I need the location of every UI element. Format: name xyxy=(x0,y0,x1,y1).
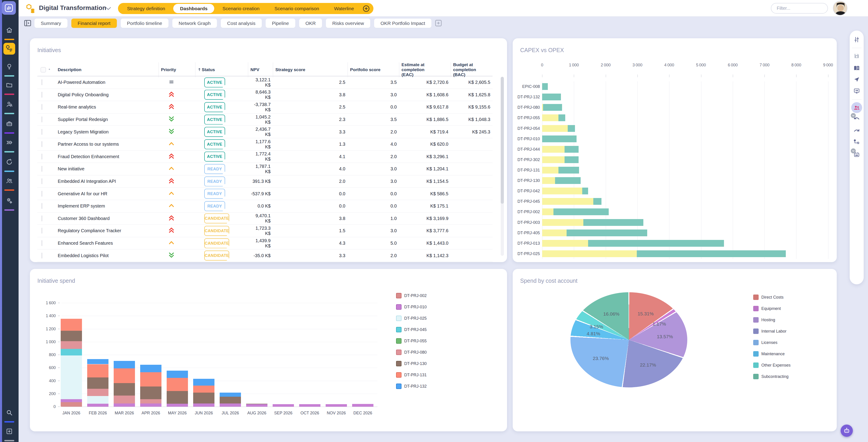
bar-segment-dt-prj-131[interactable] xyxy=(61,319,82,331)
sidebar-item-resources[interactable] xyxy=(4,99,14,110)
subtab-okr[interactable]: OKR xyxy=(299,19,322,28)
legend-item[interactable]: DT-PRJ-025 xyxy=(396,316,427,321)
sidebar-item-settings[interactable] xyxy=(4,196,14,206)
bar-segment-capex[interactable] xyxy=(542,114,558,121)
initiative-description[interactable]: Implement ERP system xyxy=(56,203,158,209)
toolbar-team-icon[interactable] xyxy=(851,102,862,113)
column-header-priority[interactable]: Priority xyxy=(158,62,195,77)
table-row[interactable]: Customer 360 DashboardCANDIDATE9,470.1 K… xyxy=(37,212,493,225)
cost-account-pie[interactable] xyxy=(570,292,687,387)
initiative-description[interactable]: Regulatory Compliance Tracker xyxy=(56,228,158,233)
bar-segment-opex[interactable] xyxy=(542,94,561,100)
initiative-description[interactable]: Embedded Logistics Pilot xyxy=(56,253,158,258)
bar-segment-capex[interactable] xyxy=(542,240,588,247)
bar-segment-dt-prj-131[interactable] xyxy=(87,364,108,378)
bar-segment-dt-prj-130[interactable] xyxy=(193,393,214,403)
bar-segment-dt-prj-010[interactable] xyxy=(61,399,82,402)
column-header-description[interactable]: Description xyxy=(56,62,158,77)
bar-segment-dt-prj-080[interactable] xyxy=(114,395,135,403)
bar-segment-opex[interactable] xyxy=(554,208,609,215)
table-row[interactable]: Legacy System MigrationACTIVE2,436.7 K$3… xyxy=(37,126,493,138)
row-checkbox[interactable] xyxy=(41,79,42,85)
tab-strategy-definition[interactable]: Strategy definition xyxy=(120,4,172,13)
bar-segment-opex[interactable] xyxy=(564,146,579,153)
bar-segment-dt-prj-010[interactable] xyxy=(352,404,373,407)
subtab-pipeline[interactable]: Pipeline xyxy=(266,19,295,28)
legend-item[interactable]: DT-PRJ-080 xyxy=(396,350,427,355)
bar-segment-capex[interactable] xyxy=(542,177,555,184)
column-header-status[interactable]: Status xyxy=(195,62,248,77)
column-header-star[interactable]: * xyxy=(46,62,56,77)
sidebar-item-ideas[interactable] xyxy=(4,62,14,72)
avatar[interactable] xyxy=(833,1,847,16)
table-row[interactable]: Digital Policy OnboardingACTIVE8,646.3 K… xyxy=(37,89,493,101)
sidebar-item-sync[interactable] xyxy=(4,157,14,168)
bar-segment-dt-prj-080[interactable] xyxy=(61,341,82,349)
bar-segment-dt-prj-130[interactable] xyxy=(220,397,241,404)
bar-segment-opex[interactable] xyxy=(542,83,548,90)
bar-segment-dt-prj-010[interactable] xyxy=(273,404,294,407)
bar-segment-dt-prj-130[interactable] xyxy=(61,331,82,341)
bar-segment-dt-prj-045[interactable] xyxy=(61,349,82,355)
row-checkbox[interactable] xyxy=(41,178,42,184)
bar-segment-dt-prj-132[interactable] xyxy=(167,371,188,378)
bar-segment-opex[interactable] xyxy=(637,251,786,257)
initiative-description[interactable]: AI-Powered Automation xyxy=(56,80,158,85)
table-row[interactable]: AI-Powered AutomationACTIVE3,122.1 K$2.5… xyxy=(37,76,493,89)
subtab-okr-portfolio-impact[interactable]: OKR Portfolio Impact xyxy=(374,19,431,28)
bar-segment-dt-prj-010[interactable] xyxy=(326,404,347,407)
bar-segment-opex[interactable] xyxy=(588,240,724,247)
bar-segment-dt-prj-132[interactable] xyxy=(87,359,108,364)
bar-segment-dt-prj-131[interactable] xyxy=(193,386,214,393)
toolbar-undo-icon[interactable] xyxy=(852,115,861,124)
legend-item[interactable]: DT-PRJ-010 xyxy=(396,304,427,310)
bar-segment-dt-prj-025[interactable] xyxy=(87,396,108,404)
table-row[interactable]: Generative AI for our HRREADY-537.9 K$0.… xyxy=(37,187,493,200)
legend-item[interactable]: DT-PRJ-131 xyxy=(396,372,427,378)
subtab-risks-overview[interactable]: Risks overview xyxy=(326,19,370,28)
table-row[interactable]: Regulatory Compliance TrackerCANDIDATE1,… xyxy=(37,225,493,237)
column-header-strategy-score[interactable]: Strategy score xyxy=(273,62,348,77)
bar-segment-dt-prj-010[interactable] xyxy=(140,404,161,407)
table-row[interactable]: Implement ERP systemREADY0.0 K$0.00.0K$ … xyxy=(37,200,493,212)
bar-segment-dt-prj-080[interactable] xyxy=(140,399,161,404)
toolbar-send-icon[interactable] xyxy=(852,75,861,84)
legend-item[interactable]: Subcontracting xyxy=(753,374,788,379)
initiative-description[interactable]: New initiative xyxy=(56,166,158,172)
sidebar-item-more[interactable] xyxy=(4,138,14,148)
bar-segment-dt-prj-010[interactable] xyxy=(220,404,241,407)
bar-segment-dt-prj-010[interactable] xyxy=(87,404,108,407)
bar-segment-dt-prj-010[interactable] xyxy=(114,404,135,407)
bar-segment-dt-prj-132[interactable] xyxy=(220,393,241,396)
table-row[interactable]: New initiativeREADY1,787.1 K$4.03.0K$ 1,… xyxy=(37,163,493,175)
initiative-description[interactable]: Generative AI for our HR xyxy=(56,191,158,197)
select-all-checkbox[interactable] xyxy=(40,67,46,72)
sidebar-item-team[interactable] xyxy=(4,176,14,186)
bar-segment-capex[interactable] xyxy=(542,187,582,195)
bar-segment-dt-prj-132[interactable] xyxy=(193,379,214,386)
bar-segment-dt-prj-080[interactable] xyxy=(87,389,108,396)
bar-segment-capex[interactable] xyxy=(542,146,564,153)
subtab-cost-analysis[interactable]: Cost analysis xyxy=(221,19,262,28)
sidebar-item-work[interactable] xyxy=(4,119,14,129)
expand-panel-icon[interactable] xyxy=(24,19,32,27)
legend-item[interactable]: Other Expenses xyxy=(753,362,790,368)
sidebar-item-home[interactable] xyxy=(4,25,14,36)
bar-segment-dt-prj-002[interactable] xyxy=(61,402,82,407)
subtab-portfolio-timeline[interactable]: Portfolio timeline xyxy=(121,19,168,28)
bar-segment-capex[interactable] xyxy=(542,251,637,257)
toolbar-documentation-icon[interactable] xyxy=(852,64,861,73)
legend-item[interactable]: DT-PRJ-055 xyxy=(396,338,427,344)
row-checkbox[interactable] xyxy=(41,104,42,110)
table-row[interactable]: Real-time analyticsACTIVE-3,738.7 K$2.50… xyxy=(37,101,493,114)
subtab-summary[interactable]: Summary xyxy=(34,19,67,28)
bar-segment-opex[interactable] xyxy=(582,187,588,195)
bar-segment-capex[interactable] xyxy=(542,219,583,226)
column-header-npv[interactable]: NPV xyxy=(248,62,273,77)
bar-segment-capex[interactable] xyxy=(542,208,554,215)
initiative-description[interactable]: Real-time analytics xyxy=(56,105,158,110)
initiative-description[interactable]: Digital Policy Onboarding xyxy=(56,92,158,97)
row-checkbox[interactable] xyxy=(41,191,42,197)
bar-segment-dt-prj-130[interactable] xyxy=(87,377,108,389)
bar-segment-dt-prj-130[interactable] xyxy=(246,404,268,404)
